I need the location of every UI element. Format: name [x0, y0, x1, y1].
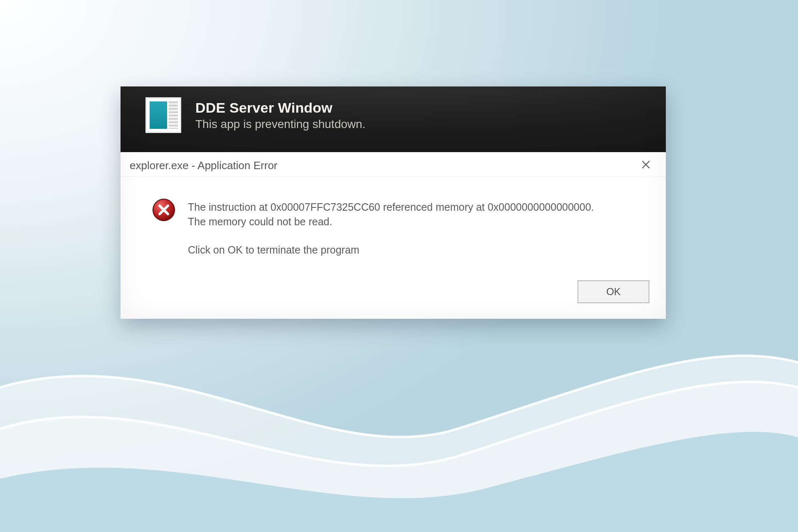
banner-title: DDE Server Window [195, 100, 365, 116]
dialog-footer: OK [121, 261, 666, 313]
banner-text: DDE Server Window This app is preventing… [195, 100, 365, 131]
dialog-message-line2: Click on OK to terminate the program [188, 243, 603, 257]
close-button[interactable] [635, 157, 657, 174]
screenshot-composite: DDE Server Window This app is preventing… [121, 86, 666, 319]
dialog-body: The instruction at 0x00007FFC7325CC60 re… [121, 176, 666, 261]
dialog-message-line1: The instruction at 0x00007FFC7325CC60 re… [188, 200, 603, 229]
error-icon [152, 198, 175, 222]
dialog-message: The instruction at 0x00007FFC7325CC60 re… [188, 200, 603, 257]
close-icon [641, 160, 651, 171]
error-dialog: explorer.exe - Application Error [121, 152, 666, 319]
ok-button[interactable]: OK [578, 281, 649, 303]
dialog-titlebar: explorer.exe - Application Error [121, 152, 666, 176]
dialog-title: explorer.exe - Application Error [130, 159, 278, 172]
shutdown-banner: DDE Server Window This app is preventing… [121, 86, 666, 152]
banner-subtitle: This app is preventing shutdown. [195, 118, 365, 131]
app-window-icon [145, 97, 181, 133]
